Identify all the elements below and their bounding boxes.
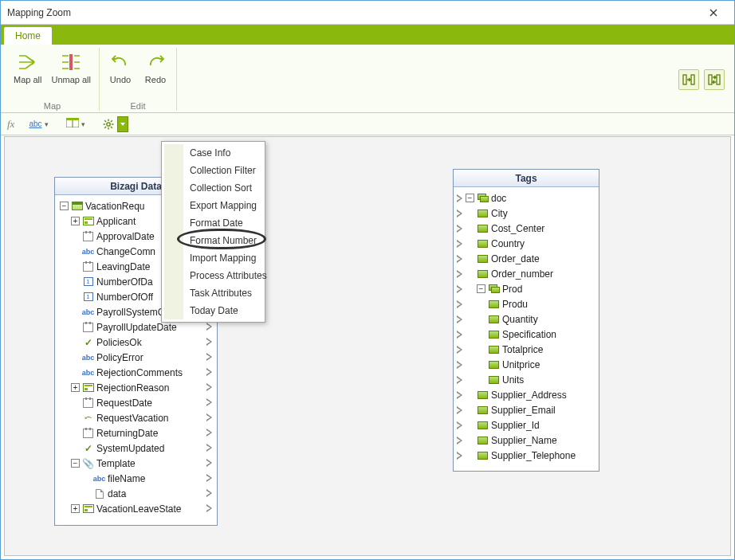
menu-item[interactable]: Today Date [164,302,262,319]
tree-node[interactable]: Unitprice [457,357,595,372]
output-port-icon[interactable] [206,353,212,361]
tree-node[interactable]: Cost_Center [457,221,595,236]
input-port-icon[interactable] [457,270,462,278]
output-port-icon[interactable] [206,398,212,406]
tree-node[interactable]: Units [457,372,595,387]
input-port-icon[interactable] [457,210,462,217]
tree-node[interactable]: abcRejectionComments [58,365,214,380]
tree-node[interactable]: Supplier_Telephone [457,448,595,463]
tree-node[interactable]: +RejectionReason [58,380,214,395]
input-port-icon[interactable] [457,225,462,233]
tree-node[interactable]: City [457,206,595,221]
chevron-down-icon: ▾ [81,120,85,128]
expander[interactable]: + [71,504,80,513]
output-port-icon[interactable] [206,338,212,346]
tab-home[interactable]: Home [4,27,52,45]
tree-node[interactable]: abcfileName [58,471,214,486]
input-port-icon[interactable] [457,421,462,429]
close-button[interactable] [699,4,728,22]
expander[interactable]: − [466,194,474,202]
menu-item[interactable]: Process Attributes [164,267,262,284]
output-port-icon[interactable] [206,504,212,512]
tree-node[interactable]: Order_date [457,251,595,266]
menu-item[interactable]: Format Number [164,232,262,249]
node-label: NumberOfDa [96,276,153,288]
menu-item[interactable]: Case Info [164,144,262,162]
output-port-icon[interactable] [206,429,212,437]
tree-node[interactable]: Supplier_Name [457,433,595,448]
input-port-icon[interactable] [457,300,462,308]
tags-tree[interactable]: −docCityCost_CenterCountryOrder_dateOrde… [457,190,595,463]
layout-ltr-button[interactable] [678,69,699,90]
output-port-icon[interactable] [206,383,212,391]
tree-node[interactable]: data [58,486,214,501]
tag-icon [488,344,500,354]
tree-node[interactable]: abcPolicyError [58,350,214,365]
gear-menu-dropdown[interactable] [117,116,128,132]
tree-node[interactable]: ⤺RequestVacation [58,410,214,425]
output-port-icon[interactable] [206,413,212,421]
unmap-all-button[interactable]: Unmap all [46,48,96,86]
tree-node[interactable]: Quantity [457,311,595,327]
input-port-icon[interactable] [457,255,462,263]
tree-node[interactable]: Totalprice [457,342,595,357]
tree-node[interactable]: ✓SystemUpdated [58,441,214,456]
expander[interactable]: − [477,284,485,293]
redo-button[interactable]: Redo [138,48,173,86]
expander[interactable]: − [60,202,69,210]
tree-node[interactable]: +VacationLeaveState [58,501,214,516]
input-port-icon[interactable] [457,331,462,339]
input-port-icon[interactable] [457,194,462,202]
output-port-icon[interactable] [206,489,212,497]
node-label: Supplier_Id [491,420,540,431]
input-port-icon[interactable] [457,361,462,369]
input-port-icon[interactable] [457,452,462,460]
map-all-icon [17,51,39,73]
tree-node[interactable]: Order_number [457,266,595,281]
menu-item[interactable]: Format Date [164,214,262,232]
expander[interactable]: − [71,459,80,468]
map-all-button[interactable]: Map all [9,48,46,86]
input-port-icon[interactable] [457,376,462,384]
tree-node[interactable]: Supplier_Address [457,387,595,402]
tree-node[interactable]: ✓PoliciesOk [58,335,214,350]
input-port-icon[interactable] [457,437,462,444]
input-port-icon[interactable] [457,406,462,414]
input-port-icon[interactable] [457,285,462,293]
undo-button[interactable]: Undo [103,48,138,86]
tree-node[interactable]: Supplier_Email [457,402,595,417]
mapping-zoom-window: Mapping Zoom Home Map all Unma [0,0,735,560]
tag-icon [477,390,489,400]
input-port-icon[interactable] [457,315,462,323]
tree-node[interactable]: −Prod [457,281,595,296]
fx-entity-tool[interactable]: ▾ [63,116,88,131]
layout-swap-button[interactable] [704,69,725,90]
output-port-icon[interactable] [206,444,212,452]
output-port-icon[interactable] [206,474,212,482]
menu-item[interactable]: Import Mapping [164,249,262,267]
window-title: Mapping Zoom [7,7,699,18]
output-port-icon[interactable] [206,459,212,467]
expander[interactable]: + [71,217,80,225]
gear-menu-button[interactable] [100,116,117,132]
tree-node[interactable]: ReturningDate [58,425,214,441]
node-label: City [491,208,508,219]
tree-node[interactable]: RequestDate [58,395,214,410]
tree-node[interactable]: Country [457,236,595,251]
fx-text-tool[interactable]: abc ▾ [26,118,51,130]
menu-item[interactable]: Export Mapping [164,197,262,214]
output-port-icon[interactable] [206,323,212,331]
tree-node[interactable]: −doc [457,190,595,206]
tree-node[interactable]: Produ [457,296,595,311]
expander[interactable]: + [71,383,80,392]
output-port-icon[interactable] [206,368,212,376]
input-port-icon[interactable] [457,346,462,354]
input-port-icon[interactable] [457,240,462,248]
menu-item[interactable]: Task Attributes [164,284,262,302]
menu-item[interactable]: Collection Sort [164,179,262,197]
input-port-icon[interactable] [457,391,462,399]
tree-node[interactable]: −📎Template [58,456,214,471]
tree-node[interactable]: Supplier_Id [457,417,595,433]
tree-node[interactable]: Specification [457,327,595,342]
menu-item[interactable]: Collection Filter [164,162,262,179]
